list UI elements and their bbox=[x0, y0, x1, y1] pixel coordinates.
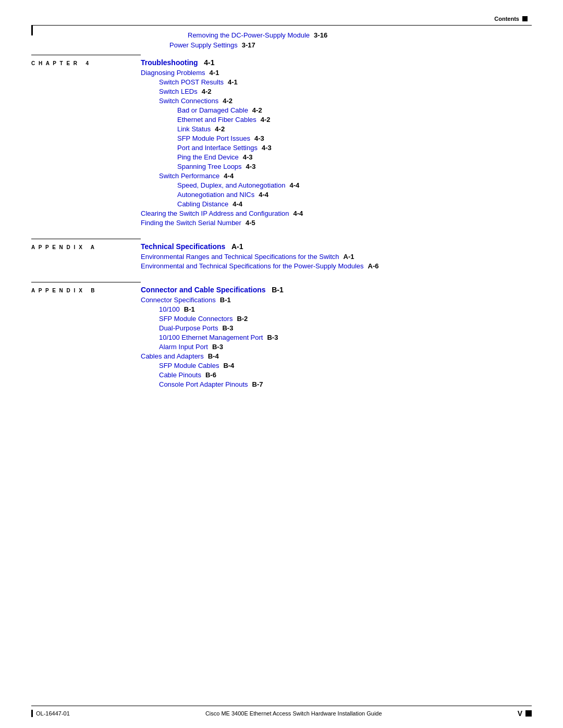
toc-entry: Environmental and Technical Specificatio… bbox=[141, 262, 532, 270]
toc-link-console-pinouts[interactable]: Console Port Adapter Pinouts bbox=[159, 380, 248, 388]
toc-link-alarm-port[interactable]: Alarm Input Port bbox=[159, 343, 208, 351]
toc-link-serial-number[interactable]: Finding the Switch Serial Number bbox=[141, 219, 241, 227]
main-content: Removing the DC-Power-Supply Module 3-16… bbox=[31, 31, 532, 390]
toc-entry: Ping the End Device 4-3 bbox=[141, 153, 532, 161]
toc-link-sfp-cables[interactable]: SFP Module Cables bbox=[159, 362, 219, 369]
toc-page-speed-duplex: 4-4 bbox=[289, 181, 299, 189]
toc-page-serial-number: 4-5 bbox=[246, 219, 255, 227]
toc-entry: Environmental Ranges and Technical Speci… bbox=[141, 253, 532, 261]
toc-entry: Cabling Distance 4-4 bbox=[141, 200, 532, 208]
toc-link-diagnosing[interactable]: Diagnosing Problems bbox=[141, 69, 205, 77]
toc-page-bad-cable: 4-2 bbox=[252, 106, 262, 114]
appendix-b-title[interactable]: Connector and Cable Specifications bbox=[141, 286, 266, 294]
toc-entry: Link Status 4-2 bbox=[141, 125, 532, 133]
toc-entry: Clearing the Switch IP Address and Confi… bbox=[141, 209, 532, 217]
appendix-a-page: A-1 bbox=[231, 242, 243, 251]
appendix-a-title-area: Technical Specifications A-1 bbox=[141, 242, 532, 251]
toc-page-cabling-dist: 4-4 bbox=[232, 200, 242, 208]
toc-page-ping-device: 4-3 bbox=[243, 153, 253, 161]
chapter-4-title-area: Troubleshooting 4-1 bbox=[141, 58, 532, 67]
toc-entry: Diagnosing Problems 4-1 bbox=[141, 69, 532, 77]
toc-entry: Removing the DC-Power-Supply Module 3-16 bbox=[141, 31, 532, 39]
toc-link-cable-pinouts[interactable]: Cable Pinouts bbox=[159, 371, 201, 379]
chapter-4-label-area: C H A P T E R 4 bbox=[31, 59, 141, 67]
toc-page-sfp-connectors: B-2 bbox=[237, 315, 248, 323]
toc-entry: Connector Specifications B-1 bbox=[141, 296, 532, 304]
footer-left-bar bbox=[31, 710, 33, 717]
toc-entry: Switch Connections 4-2 bbox=[141, 97, 532, 105]
toc-link-10-100[interactable]: 10/100 bbox=[159, 305, 180, 313]
toc-page-console-pinouts: B-7 bbox=[252, 380, 263, 388]
toc-page-power-supply-settings: 3-17 bbox=[242, 41, 255, 49]
appendix-a-label-area: A P P E N D I X A bbox=[31, 243, 141, 251]
toc-page-switch-perf: 4-4 bbox=[224, 172, 234, 180]
toc-link-env-ranges[interactable]: Environmental Ranges and Technical Speci… bbox=[141, 253, 339, 261]
toc-page-removing-dc: 3-16 bbox=[314, 31, 327, 39]
toc-page-ethernet-fiber: 4-2 bbox=[261, 116, 271, 124]
toc-link-power-supply-settings[interactable]: Power Supply Settings bbox=[169, 41, 238, 49]
toc-entry: Alarm Input Port B-3 bbox=[141, 343, 532, 351]
toc-entry: Spanning Tree Loops 4-3 bbox=[141, 163, 532, 170]
toc-link-ethernet-fiber[interactable]: Ethernet and Fiber Cables bbox=[177, 116, 256, 124]
appendix-b-label-area: A P P E N D I X B bbox=[31, 286, 141, 294]
toc-link-autoneg-nics[interactable]: Autonegotiation and NICs bbox=[177, 191, 254, 199]
appendix-b-entries: Connector Specifications B-1 10/100 B-1 … bbox=[141, 296, 532, 388]
toc-link-mgmt-port[interactable]: 10/100 Ethernet Management Port bbox=[159, 334, 263, 341]
toc-page-autoneg-nics: 4-4 bbox=[259, 191, 268, 199]
toc-link-env-tech[interactable]: Environmental and Technical Specificatio… bbox=[141, 262, 364, 270]
appendix-a-title[interactable]: Technical Specifications bbox=[141, 242, 225, 251]
toc-page-env-ranges: A-1 bbox=[344, 253, 354, 261]
toc-link-sfp-connectors[interactable]: SFP Module Connectors bbox=[159, 315, 232, 323]
appendix-b-divider bbox=[31, 282, 141, 282]
toc-page-sfp-cables: B-4 bbox=[223, 362, 234, 369]
toc-entry: SFP Module Cables B-4 bbox=[141, 362, 532, 369]
footer-doc-number: OL-16447-01 bbox=[36, 710, 70, 717]
toc-entry: Finding the Switch Serial Number 4-5 bbox=[141, 219, 532, 227]
toc-page-sfp-issues: 4-3 bbox=[254, 134, 264, 142]
toc-link-cables-adapters[interactable]: Cables and Adapters bbox=[141, 352, 204, 360]
toc-entry: Switch POST Results 4-1 bbox=[141, 78, 532, 86]
toc-link-sfp-issues[interactable]: SFP Module Port Issues bbox=[177, 134, 250, 142]
appendix-b-title-area: Connector and Cable Specifications B-1 bbox=[141, 286, 532, 294]
footer: OL-16447-01 Cisco ME 3400E Ethernet Acce… bbox=[31, 706, 532, 718]
toc-page-cable-pinouts: B-6 bbox=[205, 371, 216, 379]
chapter-4-entries: Diagnosing Problems 4-1 Switch POST Resu… bbox=[141, 69, 532, 227]
toc-link-cabling-dist[interactable]: Cabling Distance bbox=[177, 200, 228, 208]
toc-link-dual-purpose[interactable]: Dual-Purpose Ports bbox=[159, 324, 218, 332]
toc-link-spanning-tree[interactable]: Spanning Tree Loops bbox=[177, 163, 242, 170]
top-border bbox=[31, 25, 532, 26]
toc-link-removing-dc[interactable]: Removing the DC-Power-Supply Module bbox=[188, 31, 310, 39]
chapter-4-label: C H A P T E R 4 bbox=[31, 60, 90, 66]
toc-link-port-interface[interactable]: Port and Interface Settings bbox=[177, 144, 258, 152]
toc-entry: 10/100 B-1 bbox=[141, 305, 532, 313]
chapter-4-title[interactable]: Troubleshooting bbox=[141, 58, 198, 67]
toc-page-link-status: 4-2 bbox=[215, 125, 225, 133]
toc-entry: Dual-Purpose Ports B-3 bbox=[141, 324, 532, 332]
toc-link-switch-conn[interactable]: Switch Connections bbox=[159, 97, 218, 105]
intro-entries: Removing the DC-Power-Supply Module 3-16… bbox=[141, 31, 532, 49]
toc-link-bad-cable[interactable]: Bad or Damaged Cable bbox=[177, 106, 248, 114]
toc-entry: Console Port Adapter Pinouts B-7 bbox=[141, 380, 532, 388]
toc-page-diagnosing: 4-1 bbox=[210, 69, 219, 77]
toc-link-ping-device[interactable]: Ping the End Device bbox=[177, 153, 239, 161]
footer-center: Cisco ME 3400E Ethernet Access Switch Ha… bbox=[205, 710, 382, 717]
chapter-4-block: C H A P T E R 4 Troubleshooting 4-1 bbox=[31, 58, 532, 67]
toc-link-switch-leds[interactable]: Switch LEDs bbox=[159, 88, 198, 95]
contents-label: Contents bbox=[494, 16, 519, 22]
toc-entry: 10/100 Ethernet Management Port B-3 bbox=[141, 334, 532, 341]
footer-left: OL-16447-01 bbox=[31, 710, 70, 717]
header-contents: Contents bbox=[494, 16, 528, 22]
toc-link-clearing-switch[interactable]: Clearing the Switch IP Address and Confi… bbox=[141, 209, 289, 217]
toc-link-connector-specs[interactable]: Connector Specifications bbox=[141, 296, 216, 304]
toc-entry: Port and Interface Settings 4-3 bbox=[141, 144, 532, 152]
toc-page-cables-adapters: B-4 bbox=[208, 352, 219, 360]
toc-link-switch-perf[interactable]: Switch Performance bbox=[159, 172, 219, 180]
appendix-a-entries: Environmental Ranges and Technical Speci… bbox=[141, 253, 532, 270]
toc-link-switch-post[interactable]: Switch POST Results bbox=[159, 78, 224, 86]
chapter-4-page: 4-1 bbox=[204, 58, 214, 67]
appendix-b-block: A P P E N D I X B Connector and Cable Sp… bbox=[31, 286, 532, 294]
toc-page-port-interface: 4-3 bbox=[262, 144, 272, 152]
toc-link-speed-duplex[interactable]: Speed, Duplex, and Autonegotiation bbox=[177, 181, 285, 189]
toc-page-switch-conn: 4-2 bbox=[223, 97, 232, 105]
toc-link-link-status[interactable]: Link Status bbox=[177, 125, 211, 133]
